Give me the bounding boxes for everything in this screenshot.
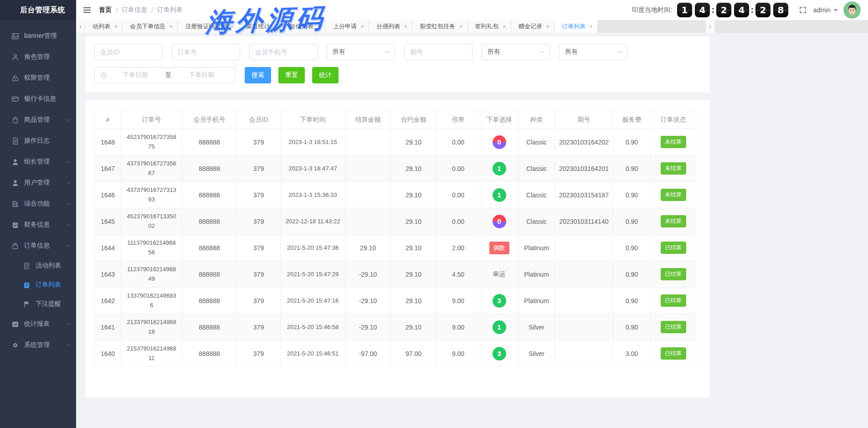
bet-choice-ball: 1 [493, 320, 506, 334]
cell-member-phone: 888888 [182, 261, 237, 288]
cell-order-no: 45237901672735875 [121, 129, 182, 155]
tab-close-icon[interactable]: × [546, 23, 550, 30]
avatar[interactable] [843, 1, 861, 19]
app-root: 后台管理系统 banner管理角色管理权限管理银行卡信息商品管理操作日志组长管理… [0, 0, 868, 428]
tab-2[interactable]: 注册验证码查询× [178, 20, 239, 33]
sidebar-item-banner[interactable]: banner管理 [0, 26, 76, 46]
sidebar-item-permission[interactable]: 权限管理 [0, 67, 76, 88]
order-no-input[interactable] [172, 44, 240, 60]
date-range-picker[interactable]: 下单日期 至 下单日期 [94, 67, 236, 83]
tab-close-icon[interactable]: × [360, 23, 364, 30]
cell-category: Classic [519, 155, 555, 182]
tabs-scroll-right-icon[interactable]: › [705, 20, 714, 33]
issue-no-input[interactable] [404, 44, 473, 60]
sidebar-item-role[interactable]: 角色管理 [0, 46, 76, 67]
tab-8[interactable]: 签到礼包× [468, 20, 511, 33]
tab-5[interactable]: 上分申请× [326, 20, 369, 33]
chevron-down-icon [66, 222, 72, 227]
breadcrumb-order-info[interactable]: 订单信息 [122, 6, 147, 14]
sidebar-item-bank-card[interactable]: 银行卡信息 [0, 88, 76, 109]
tab-close-icon[interactable]: × [503, 23, 506, 30]
sidebar-item-system[interactable]: 系统管理 [0, 335, 76, 356]
cell-order-status: 已结算 [651, 288, 696, 314]
lock-icon [11, 74, 19, 82]
sidebar-subitem-bet-reminder[interactable]: 下注提醒 [0, 294, 76, 314]
stats-button[interactable]: 统计 [312, 67, 339, 83]
sidebar-item-goods[interactable]: 商品管理 [0, 109, 76, 130]
search-button[interactable]: 搜索 [245, 67, 271, 83]
sidebar-item-misc[interactable]: 综合功能 [0, 193, 76, 214]
cell-service-fee: 0.90 [613, 155, 651, 182]
reset-button[interactable]: 重置 [278, 67, 305, 83]
tab-10[interactable]: 订单列表× [555, 20, 598, 33]
sidebar-item-stats[interactable]: 统计报表 [0, 314, 76, 335]
cell-contract-amount: 29.10 [391, 208, 437, 235]
filter-select-3[interactable]: 所有 [559, 44, 627, 60]
tab-1[interactable]: 会员下单信息× [123, 20, 178, 33]
cell-bet-choice: 3 [480, 340, 519, 367]
cell-issue-no [555, 340, 613, 367]
cell-member-id: 379 [237, 208, 281, 235]
sidebar-subitem-order-list[interactable]: 订单列表 [0, 275, 76, 294]
user-dropdown[interactable]: admin [813, 6, 838, 14]
column-header: 服务费 [613, 111, 651, 129]
tab-label: 签到礼包 [475, 22, 499, 31]
cell-category: Platinum [519, 288, 555, 314]
local-time-label: 印度当地时间: [632, 6, 672, 14]
sidebar-item-finance[interactable]: 财务信息 [0, 214, 76, 235]
sidebar-item-order-info[interactable]: 订单信息 [0, 235, 76, 256]
document-icon [11, 137, 19, 145]
column-header: # [95, 111, 121, 129]
column-header: 种类 [519, 111, 555, 129]
tab-label: 赠金记录 [519, 22, 542, 31]
tab-close-icon[interactable]: × [459, 23, 462, 30]
tab-7[interactable]: 裂变红包任务× [412, 20, 467, 33]
clock-digit: 1 [677, 3, 692, 17]
cell-order-no: 43737901672731393 [121, 182, 182, 208]
tab-6[interactable]: 分佣列表× [369, 20, 412, 33]
sidebar-item-label: 用户管理 [24, 179, 66, 187]
tab-close-icon[interactable]: × [114, 23, 118, 30]
filter-select-2-value: 所有 [488, 48, 500, 56]
sidebar-item-op-log[interactable]: 操作日志 [0, 130, 76, 151]
sidebar-item-user[interactable]: 用户管理 [0, 172, 76, 193]
cell-order-time: 2023-1-3 16:47:47 [281, 155, 345, 182]
sidebar-item-leader[interactable]: 组长管理 [0, 151, 76, 172]
tab-label: 短信列表 [290, 22, 313, 31]
breadcrumb-home[interactable]: 首页 [99, 6, 112, 14]
sidebar-subitem-activity-list[interactable]: 活动列表 [0, 256, 76, 275]
clock-icon [100, 72, 107, 79]
tab-9[interactable]: 赠金记录× [511, 20, 555, 33]
order-table-panel: #订单号会员手机号会员ID下单时间结算金额合约金额倍率下单选择种类期号服务费订单… [85, 100, 710, 397]
column-header: 会员手机号 [182, 111, 237, 129]
tabs-scroll-left-icon[interactable]: ‹ [76, 20, 85, 33]
member-id-input[interactable] [94, 44, 163, 60]
tab-3[interactable]: 渠道统计× [239, 20, 282, 33]
member-phone-input[interactable] [249, 44, 318, 60]
tab-close-icon[interactable]: × [230, 23, 234, 30]
tab-close-icon[interactable]: × [589, 23, 593, 30]
cell-order-time: 2023-1-3 16:51:15 [281, 129, 345, 155]
tab-close-icon[interactable]: × [317, 23, 321, 30]
cell-order-time: 2021-5-20 15:47:36 [281, 235, 345, 261]
filter-select-2[interactable]: 所有 [482, 44, 550, 60]
status-badge: 已结算 [661, 242, 686, 254]
status-badge: 已结算 [661, 294, 686, 307]
clipboard-icon [23, 281, 31, 289]
tab-close-icon[interactable]: × [274, 23, 277, 30]
filter-select-1[interactable]: 所有 [327, 44, 395, 60]
hamburger-menu-icon[interactable] [82, 5, 92, 15]
tab-label: 分佣列表 [376, 22, 400, 31]
cell-issue-no [555, 261, 613, 288]
tab-close-icon[interactable]: × [169, 23, 173, 30]
cell-settle-amount [345, 182, 391, 208]
tab-0[interactable]: 动列表× [85, 20, 123, 33]
clock-digit: 4 [734, 3, 749, 17]
cell-order-time: 2023-1-3 15:36:33 [281, 182, 345, 208]
tab-close-icon[interactable]: × [404, 23, 407, 30]
fullscreen-icon[interactable] [799, 6, 807, 14]
cell-category: Silver [519, 314, 555, 340]
tab-4[interactable]: 短信列表× [282, 20, 326, 33]
chevron-down-icon [66, 321, 72, 327]
user-filled-icon [11, 158, 19, 166]
